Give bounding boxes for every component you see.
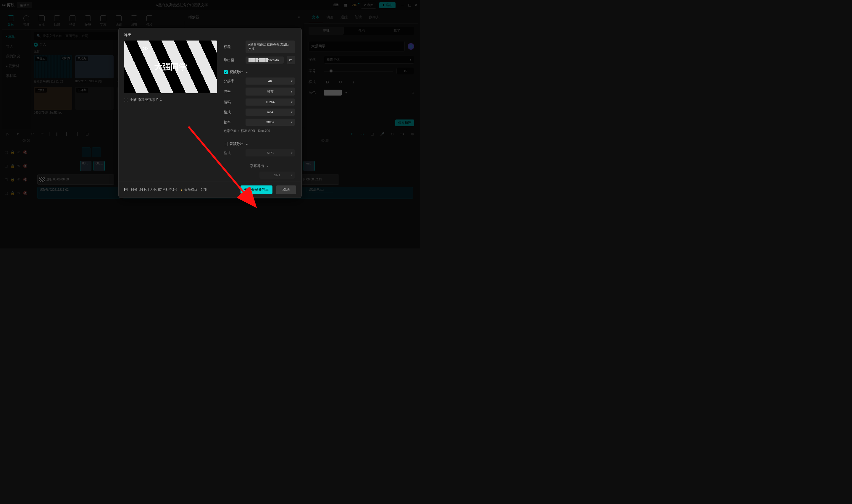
warn-icon: ● — [181, 188, 183, 192]
folder-button[interactable]: 🗀 — [287, 56, 295, 64]
arrows-icon: ≫ — [142, 45, 147, 52]
export-preview: ≫ 大强同学 — [124, 40, 217, 93]
title-input[interactable]: ▸黑白灰高级感任务介绍团队文字 — [246, 40, 295, 53]
path-input[interactable]: ████/████/Deskto — [246, 56, 284, 64]
preview-text: 大强同学 — [154, 61, 187, 72]
chevron-up-icon: ▲ — [266, 165, 269, 168]
checkbox-icon — [124, 98, 128, 102]
fps-select[interactable]: 30fps — [246, 119, 295, 126]
audio-format-select: MP3 — [246, 149, 295, 157]
film-icon: 🎞 — [124, 188, 127, 192]
modal-overlay: 导出 ≫ 大强同学 封面添加至视频片头 标题 ▸黑白灰高级感任务介绍团队文字 — [0, 0, 420, 249]
subtitle-export-toggle[interactable]: 字幕导出 ▲ — [224, 164, 295, 168]
subtitle-format-select: SRT — [259, 172, 295, 179]
bitrate-select[interactable]: 推荐 — [246, 88, 295, 95]
codec-label: 编码 — [224, 100, 242, 105]
path-label: 导出至 — [224, 58, 242, 63]
audio-export-toggle[interactable]: 音频导出 ▲ — [224, 141, 295, 146]
dialog-title: 导出 — [119, 28, 302, 40]
cancel-button[interactable]: 取消 — [276, 185, 296, 194]
resolution-label: 分辨率 — [224, 79, 242, 84]
colorspace-info: 色彩空间： 标准 SDR - Rec.709 — [224, 129, 295, 133]
export-dialog: 导出 ≫ 大强同学 封面添加至视频片头 标题 ▸黑白灰高级感任务介绍团队文字 — [118, 28, 302, 198]
export-confirm-button[interactable]: 开通会员并导出 — [240, 185, 272, 194]
fps-label: 帧率 — [224, 120, 242, 125]
bitrate-label: 码率 — [224, 89, 242, 94]
cover-checkbox[interactable]: 封面添加至视频片头 — [124, 97, 217, 102]
format-label: 格式 — [224, 110, 242, 115]
chevron-up-icon: ▲ — [246, 143, 248, 145]
check-icon: ✓ — [224, 70, 228, 74]
chevron-up-icon: ▲ — [246, 71, 248, 74]
title-label: 标题 — [224, 44, 242, 49]
format-select[interactable]: mp4 — [246, 109, 295, 116]
folder-icon: 🗀 — [289, 58, 293, 62]
footer-rights: 会员权益：2 项 — [184, 187, 206, 192]
codec-select[interactable]: H.264 — [246, 98, 295, 106]
video-export-toggle[interactable]: ✓ 视频导出 ▲ — [224, 70, 295, 74]
resolution-select[interactable]: 4K — [246, 77, 295, 85]
audio-format-label: 格式 — [224, 150, 242, 156]
footer-duration: 时长: 24 秒 | 大小: 57 MB (估计) — [131, 187, 177, 192]
checkbox-icon — [224, 142, 228, 146]
